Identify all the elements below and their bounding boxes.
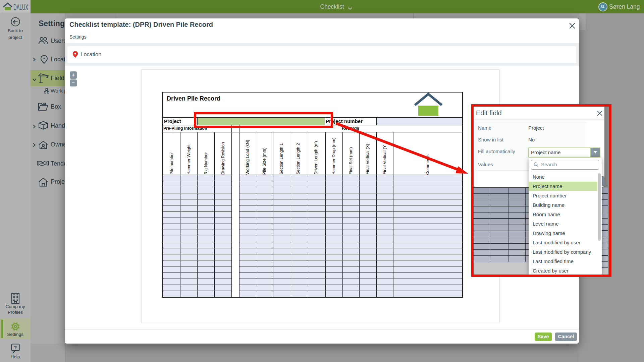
svg-text:DALUX: DALUX: [13, 3, 28, 12]
svg-text:?: ?: [14, 345, 17, 350]
